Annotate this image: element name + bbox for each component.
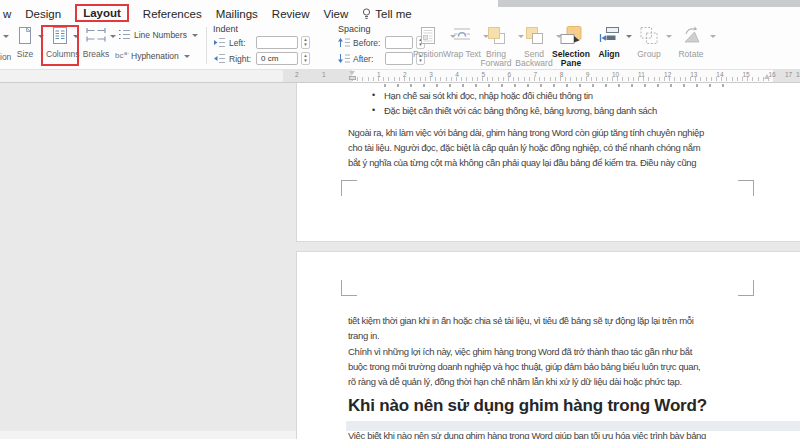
window-top-edge xyxy=(498,0,800,7)
rotate-button[interactable]: Rotate xyxy=(674,26,708,59)
tab-mailings[interactable]: Mailings xyxy=(216,8,258,20)
line-numbers-button[interactable]: Line Numbers xyxy=(117,29,198,41)
indent-right-icon xyxy=(213,53,226,64)
margin-corner-mark xyxy=(738,180,754,196)
position-button[interactable]: Position xyxy=(408,26,448,59)
paragraph: Ngoài ra, khi làm việc với bảng dài, ghi… xyxy=(348,125,704,170)
document-page-2[interactable]: tiết kiệm thời gian khi in ấn hoặc chia … xyxy=(296,251,800,439)
ruler-number: 14 xyxy=(716,71,723,78)
ruler-number: 10 xyxy=(612,71,619,78)
bullet-text: Hạn chế sai sót khi đọc, nhập hoặc đối c… xyxy=(384,88,593,103)
ruler[interactable]: 21123456789101112131415161718 xyxy=(283,70,800,82)
bottom-edge-strip xyxy=(0,431,296,439)
ruler-number: 1 xyxy=(377,71,381,78)
hyphenation-chevron xyxy=(184,55,190,58)
orientation-label-partial[interactable]: ion xyxy=(0,52,11,62)
send-backward-icon xyxy=(513,26,555,47)
indent-right-row: Right: 0 cm ▲▼ xyxy=(213,52,310,65)
ruler-left-margin xyxy=(283,70,352,82)
word-window: w Design Layout References Mailings Revi… xyxy=(0,0,800,439)
ruler-number: 2 xyxy=(295,71,299,78)
paragraph: Chính vì những lợi ích này, việc ghim hà… xyxy=(348,344,700,389)
breaks-dropdown-chevron[interactable] xyxy=(110,35,116,38)
ruler-strip: 21123456789101112131415161718 xyxy=(0,69,800,83)
indent-marker[interactable] xyxy=(349,71,356,80)
breaks-button[interactable]: Breaks xyxy=(82,26,110,59)
bring-forward-icon xyxy=(476,26,516,47)
tab-design[interactable]: Design xyxy=(25,8,61,20)
tab-references[interactable]: References xyxy=(143,8,202,20)
bullet-dot: • xyxy=(372,88,384,103)
bring-forward-button[interactable]: Bring Forward xyxy=(476,26,516,67)
ruler-number: 2 xyxy=(403,71,407,78)
ruler-number: 15 xyxy=(742,71,749,78)
document-canvas: • Hạn chế sai sót khi đọc, nhập hoặc đối… xyxy=(0,83,800,439)
indent-left-stepper[interactable]: ▲▼ xyxy=(301,36,310,49)
ruler-number: 18 xyxy=(796,71,800,78)
ribbon-divider xyxy=(206,27,207,64)
group-button[interactable]: Group xyxy=(634,26,664,59)
tab-partial-w[interactable]: w xyxy=(3,8,11,20)
tab-review[interactable]: Review xyxy=(272,8,310,20)
spacing-after-icon xyxy=(338,53,350,64)
ruler-number: 11 xyxy=(638,71,645,78)
ruler-number: 5 xyxy=(481,71,485,78)
align-icon xyxy=(594,26,624,47)
ruler-number: 4 xyxy=(455,71,459,78)
hyphenation-button[interactable]: bca- Hyphenation xyxy=(115,50,190,62)
bullet-item: • Đặc biệt cần thiết với các bảng thống … xyxy=(348,103,657,118)
clipped-text-line xyxy=(384,84,724,87)
indent-left-icon xyxy=(213,37,226,48)
tab-tell-me[interactable]: Tell me xyxy=(362,8,411,20)
rotate-icon xyxy=(674,26,708,47)
margin-corner-mark xyxy=(738,280,754,296)
breaks-icon xyxy=(82,26,110,47)
page-size-icon xyxy=(12,26,38,47)
group-dropdown-chevron[interactable] xyxy=(666,35,672,38)
tab-layout[interactable]: Layout xyxy=(75,4,129,22)
indent-left-label: Left: xyxy=(229,38,253,48)
lightbulb-icon xyxy=(362,8,371,20)
spacing-after-label: After: xyxy=(353,54,382,64)
document-page-1[interactable]: • Hạn chế sai sót khi đọc, nhập hoặc đối… xyxy=(296,83,800,242)
selection-pane-icon xyxy=(550,26,592,47)
ruler-number: 13 xyxy=(690,71,697,78)
ribbon-tabs: w Design Layout References Mailings Revi… xyxy=(3,3,426,24)
spacing-before-icon xyxy=(338,37,350,48)
ruler-number: 7 xyxy=(534,71,538,78)
ruler-number: 8 xyxy=(560,71,564,78)
margin-corner-mark xyxy=(341,180,357,196)
size-button[interactable]: Size xyxy=(12,26,38,59)
indent-right-stepper[interactable]: ▲▼ xyxy=(301,52,310,65)
indent-right-label: Right: xyxy=(229,54,253,64)
bullet-item: • Hạn chế sai sót khi đọc, nhập hoặc đối… xyxy=(348,88,657,103)
ruler-number: 3 xyxy=(429,71,433,78)
ruler-number: 1 xyxy=(322,71,326,78)
ruler-number: 9 xyxy=(586,71,590,78)
paragraph: tiết kiệm thời gian khi in ấn hoặc chia … xyxy=(348,313,693,343)
tab-view[interactable]: View xyxy=(324,8,349,20)
section-heading: Khi nào nên sử dụng ghim hàng trong Word… xyxy=(348,396,707,416)
ruler-number: 12 xyxy=(664,71,671,78)
margin-corner-mark xyxy=(341,280,357,296)
bullet-list: • Hạn chế sai sót khi đọc, nhập hoặc đối… xyxy=(348,88,657,118)
indent-right-field[interactable]: 0 cm xyxy=(256,52,298,65)
send-backward-button[interactable]: Send Backward xyxy=(513,26,555,67)
group-icon xyxy=(634,26,664,47)
indent-group-header: Indent xyxy=(213,24,238,34)
indent-left-row: Left: ▲▼ xyxy=(213,36,310,49)
rotate-dropdown-chevron[interactable] xyxy=(710,35,716,38)
ruler-number: 16 xyxy=(769,71,776,78)
bullet-dot: • xyxy=(372,103,384,118)
orientation-dropdown-chevron[interactable] xyxy=(3,35,9,38)
spacing-before-label: Before: xyxy=(353,38,382,48)
columns-annotation-box xyxy=(41,25,79,66)
selection-pane-button[interactable]: Selection Pane xyxy=(550,26,592,67)
align-dropdown-chevron[interactable] xyxy=(626,35,632,38)
bullet-text: Đặc biệt cần thiết với các bảng thống kê… xyxy=(384,103,657,118)
align-button[interactable]: Align xyxy=(594,26,624,59)
paragraph: Việc biết khi nào nên sử dụng ghim hàng … xyxy=(348,428,706,439)
ruler-number: 6 xyxy=(508,71,512,78)
indent-left-field[interactable] xyxy=(256,36,298,49)
position-icon xyxy=(408,26,448,47)
